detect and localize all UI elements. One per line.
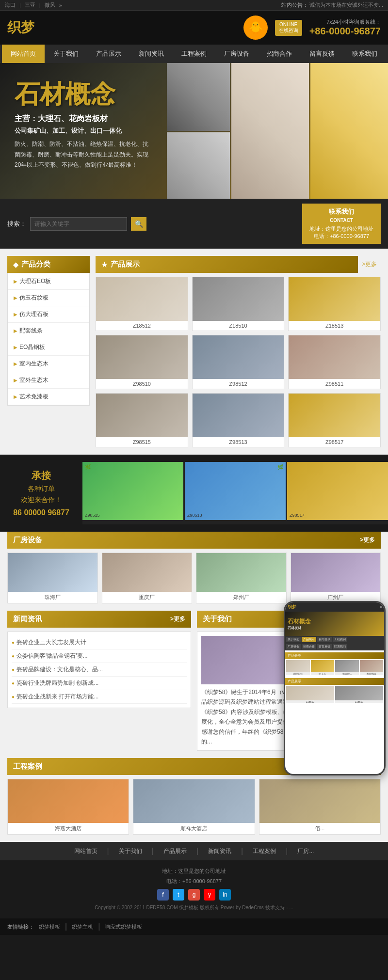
- phone-menu-contact[interactable]: 联系我们: [333, 644, 347, 649]
- phone-menu-feedback[interactable]: 留言反馈: [317, 644, 332, 649]
- project-item-2[interactable]: 佰...: [259, 779, 381, 835]
- product-item-6[interactable]: Z98515: [96, 393, 188, 447]
- project-item-1[interactable]: 顺祥大酒店: [133, 779, 255, 835]
- news-more-link[interactable]: >更多: [170, 615, 185, 623]
- location-link-sanya[interactable]: 三亚: [25, 1, 35, 9]
- factory-item-3[interactable]: 广州厂: [291, 553, 381, 603]
- factory-more-link[interactable]: >更多: [360, 536, 375, 544]
- social-icon-t[interactable]: t: [173, 889, 184, 901]
- phone-menu-invest[interactable]: 招商合作: [302, 644, 316, 649]
- phone-menu-icon: ≡: [380, 605, 382, 609]
- friend-link-1[interactable]: 织梦主机: [72, 923, 93, 931]
- factory-item-1[interactable]: 重庆厂: [102, 553, 193, 603]
- category-menu: ▶ 大理石EO板 ▶ 仿玉石纹板 ▶ 仿大理石板 ▶ 配套线条 ▶ EO晶钢板 …: [7, 273, 90, 406]
- factory-item-0[interactable]: 珠海厂: [7, 553, 98, 603]
- category-item-2[interactable]: ▶ 仿大理石板: [8, 306, 89, 323]
- nav-item-projects[interactable]: 工程案例: [173, 45, 215, 63]
- news-item-1[interactable]: ● 众委信陶客'做晶金钢石'要...: [12, 649, 187, 663]
- search-button[interactable]: 🔍: [131, 217, 146, 231]
- factory-section-header: 厂房设备 >更多: [7, 532, 381, 549]
- phone-menu-products[interactable]: 产品展示: [302, 637, 316, 642]
- footer-nav-item-5[interactable]: 厂房...: [297, 847, 314, 855]
- footer-copyright: Copyright © 2002-2011 DEDE58.COM 织梦模板 版权…: [7, 904, 381, 911]
- phone-product-1[interactable]: 仿玉石: [311, 660, 335, 675]
- footer-nav-item-4[interactable]: 工程案例: [253, 847, 276, 855]
- nav-item-contact[interactable]: 联系我们: [343, 45, 386, 63]
- footer-nav-item-1[interactable]: 关于我们: [119, 847, 142, 855]
- news-item-2[interactable]: ● 瓷砖品牌建设：文化是核心、品...: [12, 663, 187, 677]
- news-item-3[interactable]: ● 瓷砖行业洗牌局势加剧 创新成...: [12, 677, 187, 690]
- phone-display-item-1[interactable]: Z18510: [335, 686, 383, 703]
- contact-title: 联系我们CONTACT: [309, 207, 373, 223]
- nav-item-about[interactable]: 关于我们: [45, 45, 87, 63]
- phone-product-0[interactable]: 大理石仁: [286, 660, 310, 675]
- social-icon-in[interactable]: in: [219, 889, 231, 901]
- product-item-5[interactable]: Z98511: [288, 335, 381, 389]
- nav-item-products[interactable]: 产品展示: [87, 45, 130, 63]
- arrow-icon: ▶: [14, 378, 17, 383]
- product-name-0: Z18512: [96, 321, 188, 331]
- news-item-0[interactable]: ● 瓷砖企业三大长志发展大计: [12, 636, 187, 649]
- phone-categories-title: 产品分类: [285, 652, 384, 659]
- product-item-7[interactable]: Z98513: [192, 393, 285, 447]
- news-item-4[interactable]: ● 瓷砖企业战新来 打开市场方能...: [12, 690, 187, 704]
- product-item-3[interactable]: Z98510: [96, 335, 188, 389]
- project-name-0: 海燕大酒店: [8, 823, 129, 834]
- phone-display-item-0[interactable]: Z18512: [286, 686, 334, 703]
- category-item-4[interactable]: ▶ EO晶钢板: [8, 339, 89, 356]
- phone-display-section: 产品展示 Z18512 Z18510: [285, 678, 384, 704]
- online-consult-button[interactable]: ONLINE 在线咨询: [275, 20, 302, 36]
- phone-menu-news[interactable]: 新闻资讯: [317, 637, 332, 642]
- project-grid: 海燕大酒店 顺祥大酒店 佰...: [7, 779, 381, 835]
- category-item-0[interactable]: ▶ 大理石EO板: [8, 273, 89, 290]
- contact-phone: 电话：+86-0000-96877: [309, 233, 373, 240]
- project-title: 工程案例: [13, 762, 42, 771]
- product-img-6: [96, 394, 188, 437]
- top-bar-left: 海口 | 三亚 | 微风 »: [5, 1, 62, 9]
- products-more-link[interactable]: >更多: [358, 260, 381, 269]
- friend-link-0[interactable]: 织梦模板: [39, 923, 60, 931]
- category-item-3[interactable]: ▶ 配套线条: [8, 323, 89, 339]
- nav-item-feedback[interactable]: 留言反馈: [301, 45, 343, 63]
- nav-item-factory[interactable]: 厂房设备: [215, 45, 258, 63]
- star-icon: ★: [101, 261, 108, 269]
- product-item-0[interactable]: Z18512: [96, 277, 188, 331]
- factory-img-3: [291, 553, 381, 592]
- location-link-wf[interactable]: 微风: [45, 1, 55, 9]
- nav-item-home[interactable]: 网站首页: [2, 45, 45, 63]
- category-item-5[interactable]: ▶ 室内生态木: [8, 356, 89, 372]
- phone-mockup: 织梦 ≡ 石材概念 石材板材 关于我们 产品展示 新闻资讯: [284, 601, 386, 775]
- phone-logo: 织梦: [288, 604, 296, 610]
- category-item-1[interactable]: ▶ 仿玉石纹板: [8, 290, 89, 306]
- nav-item-news[interactable]: 新闻资讯: [130, 45, 173, 63]
- phone-menu-bar-1: 关于我们 产品展示 新闻资讯 工程案例: [285, 636, 384, 643]
- product-item-4[interactable]: Z98512: [192, 335, 285, 389]
- product-img-1: [193, 277, 284, 321]
- product-item-8[interactable]: Z98517: [288, 393, 381, 447]
- phone-screen: 织梦 ≡ 石材概念 石材板材 关于我们 产品展示 新闻资讯: [285, 602, 384, 774]
- footer-nav-item-3[interactable]: 新闻资讯: [208, 847, 231, 855]
- factory-item-2[interactable]: 郑州厂: [196, 553, 287, 603]
- social-icon-y[interactable]: y: [204, 889, 215, 901]
- phone-display-img-0: [286, 686, 334, 700]
- nav-item-invest[interactable]: 招商合作: [258, 45, 301, 63]
- category-item-7[interactable]: ▶ 艺术免漆板: [8, 389, 89, 405]
- phone-menu-factory[interactable]: 厂房设备: [286, 644, 301, 649]
- phone-product-2[interactable]: 仿大理...: [335, 660, 359, 675]
- product-item-2[interactable]: Z18513: [288, 277, 381, 331]
- project-item-0[interactable]: 海燕大酒店: [7, 779, 129, 835]
- phone-menu-about[interactable]: 关于我们: [286, 637, 301, 642]
- phone-product-3[interactable]: 配套线条: [360, 660, 384, 675]
- location-link-haikou[interactable]: 海口: [5, 1, 16, 9]
- footer-nav-item-2[interactable]: 产品展示: [163, 847, 187, 855]
- social-icon-f[interactable]: f: [157, 889, 169, 901]
- friend-link-2[interactable]: 响应式织梦模板: [105, 923, 142, 931]
- social-icon-g[interactable]: g: [188, 889, 200, 901]
- phone-products-grid: 大理石仁 仿玉石 仿大理... 配套线条: [285, 659, 384, 676]
- footer-nav-item-0[interactable]: 网站首页: [74, 847, 97, 855]
- phone-menu-projects[interactable]: 工程案例: [333, 637, 347, 642]
- category-item-6[interactable]: ▶ 室外生态木: [8, 372, 89, 389]
- search-input[interactable]: [30, 217, 127, 231]
- product-item-1[interactable]: Z18510: [192, 277, 285, 331]
- logo[interactable]: 织梦: [7, 18, 34, 37]
